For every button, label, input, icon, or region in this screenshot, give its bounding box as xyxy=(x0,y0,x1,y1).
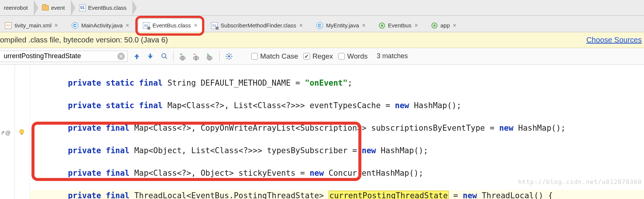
checkbox-icon xyxy=(338,53,345,60)
xml-file-icon xyxy=(5,22,12,29)
svg-point-10 xyxy=(228,55,230,57)
close-icon[interactable]: × xyxy=(126,23,129,29)
decompiled-banner: ompiled .class file, bytecode version: 5… xyxy=(0,32,644,48)
close-icon[interactable]: × xyxy=(415,23,418,29)
editor-area: ↱@ private static final String DEFAULT_M… xyxy=(0,65,644,199)
class-file-icon xyxy=(143,22,150,29)
tab-main-activity[interactable]: MainActivity.java × xyxy=(67,18,134,32)
search-input[interactable] xyxy=(4,52,101,60)
remove-selection-icon[interactable]: − xyxy=(192,52,201,60)
checkbox-label: Regex xyxy=(312,52,333,60)
breadcrumb-item-folder[interactable]: event xyxy=(34,0,71,15)
settings-gear-icon[interactable] xyxy=(225,52,233,60)
class-file-icon xyxy=(211,22,218,29)
prev-match-icon[interactable] xyxy=(133,52,141,60)
svg-rect-3 xyxy=(180,57,185,59)
override-annotation-icon[interactable]: ↱@ xyxy=(1,130,10,136)
tab-eventbus-class[interactable]: EventBus.class × xyxy=(138,18,202,32)
clear-icon[interactable]: ✕ xyxy=(117,53,125,60)
lock-icon xyxy=(147,27,150,30)
tab-label: app xyxy=(440,22,450,29)
close-icon[interactable]: × xyxy=(54,23,58,29)
tab-label: Eventbus xyxy=(388,22,412,29)
tab-label: SubscriberMethodFinder.class xyxy=(221,22,297,29)
svg-rect-8 xyxy=(207,57,212,59)
intention-bulb-icon[interactable] xyxy=(18,128,25,136)
breadcrumb-item-file[interactable]: EventBus.class xyxy=(71,0,133,15)
breadcrumb-label: EventBus.class xyxy=(88,5,127,11)
close-icon[interactable]: × xyxy=(362,23,365,29)
svg-line-18 xyxy=(231,54,232,55)
svg-line-17 xyxy=(227,57,228,59)
choose-sources-link[interactable]: Choose Sources xyxy=(586,36,642,44)
icon-gutter xyxy=(15,65,30,199)
checkbox-label: Words xyxy=(347,52,368,60)
regex-checkbox[interactable]: Regex xyxy=(303,52,333,60)
tab-activity-main-xml[interactable]: tivity_main.xml × xyxy=(0,18,63,32)
editor-tabs: tivity_main.xml × MainActivity.java × Ev… xyxy=(0,16,644,32)
select-all-icon[interactable] xyxy=(160,52,168,60)
svg-rect-6 xyxy=(194,57,199,59)
svg-rect-9 xyxy=(209,56,210,60)
match-count: 3 matches xyxy=(377,52,408,60)
checkbox-icon xyxy=(251,53,258,60)
tab-label: MyEntity.java xyxy=(326,22,359,29)
banner-text: ompiled .class file, bytecode version: 5… xyxy=(0,36,168,44)
svg-rect-20 xyxy=(21,133,23,134)
watermark-text: http://blog.csdn.net/u012070360 xyxy=(518,176,642,188)
class-file-icon xyxy=(79,5,86,11)
search-hit: currentPostingThreadState xyxy=(329,191,449,199)
tab-subscriber-method-finder[interactable]: SubscriberMethodFinder.class × xyxy=(206,18,308,32)
java-class-icon xyxy=(316,22,323,29)
svg-rect-4 xyxy=(182,56,183,60)
close-icon[interactable]: × xyxy=(194,23,197,29)
tab-label: MainActivity.java xyxy=(81,22,123,29)
svg-line-1 xyxy=(165,57,167,59)
lock-icon xyxy=(216,27,219,30)
select-all-occurrences-icon[interactable] xyxy=(206,52,214,60)
breadcrumb-item-root[interactable]: reenrobot xyxy=(0,0,34,15)
close-icon[interactable]: × xyxy=(299,23,303,29)
svg-rect-7 xyxy=(195,56,197,60)
next-match-icon[interactable] xyxy=(146,52,154,60)
folder-icon xyxy=(42,5,49,11)
tab-myentity[interactable]: MyEntity.java × xyxy=(312,18,370,32)
tab-label: EventBus.class xyxy=(153,22,191,29)
svg-line-15 xyxy=(227,54,228,55)
words-checkbox[interactable]: Words xyxy=(338,52,368,60)
breadcrumb-bar: reenrobot event EventBus.class xyxy=(0,0,644,16)
checkbox-icon xyxy=(303,53,310,60)
module-icon xyxy=(379,23,385,29)
checkbox-label: Match Case xyxy=(260,52,298,60)
tab-app-module[interactable]: app × xyxy=(427,18,461,32)
svg-line-16 xyxy=(231,57,232,59)
module-icon xyxy=(431,23,437,29)
tab-label: tivity_main.xml xyxy=(15,22,51,29)
breadcrumb-label: reenrobot xyxy=(4,5,28,11)
close-icon[interactable]: × xyxy=(453,23,456,29)
add-selection-icon[interactable]: + xyxy=(179,52,187,60)
java-class-icon xyxy=(72,22,78,29)
find-toolbar: ✕ + − Match Case Regex xyxy=(0,48,644,65)
code-editor[interactable]: private static final String DEFAULT_METH… xyxy=(30,65,644,199)
match-case-checkbox[interactable]: Match Case xyxy=(251,52,298,60)
tab-eventbus-module[interactable]: Eventbus × xyxy=(374,18,423,32)
search-field-wrap: ✕ xyxy=(0,51,127,62)
svg-point-19 xyxy=(19,130,24,134)
left-gutter: ↱@ xyxy=(0,65,15,199)
breadcrumb-label: event xyxy=(51,5,65,11)
